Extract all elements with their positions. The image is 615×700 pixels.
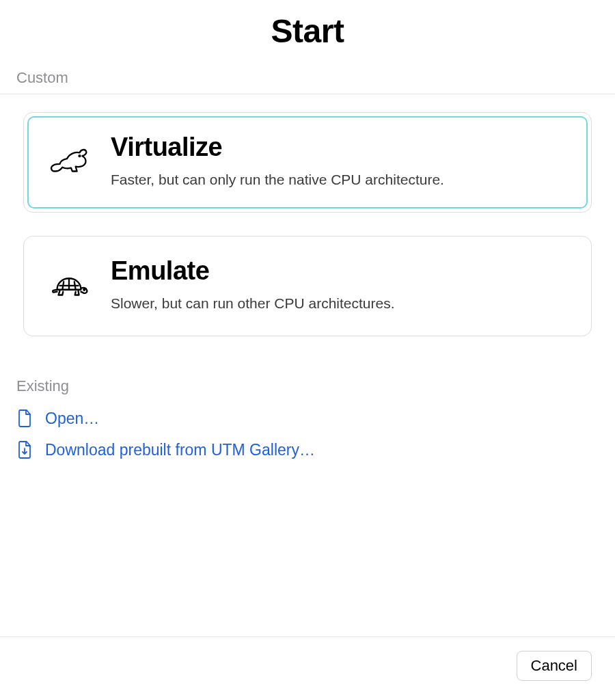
link-list: Open… Download prebuilt from UTM Gallery…	[16, 399, 599, 459]
virtualize-description: Faster, but can only run the native CPU …	[111, 172, 567, 188]
emulate-option[interactable]: Emulate Slower, but can run other CPU ar…	[23, 236, 592, 336]
open-link-label: Open…	[45, 409, 99, 428]
section-label-existing: Existing	[16, 377, 599, 399]
document-download-icon	[16, 440, 33, 459]
footer: Cancel	[0, 636, 615, 700]
document-icon	[16, 409, 33, 428]
virtualize-option[interactable]: Virtualize Faster, but can only run the …	[23, 112, 592, 213]
download-link[interactable]: Download prebuilt from UTM Gallery…	[16, 440, 599, 459]
page-title: Start	[0, 12, 615, 50]
virtualize-title: Virtualize	[111, 133, 567, 162]
emulate-description: Slower, but can run other CPU architectu…	[111, 295, 567, 312]
existing-section: Existing Open…	[0, 343, 615, 459]
option-cards: Virtualize Faster, but can only run the …	[0, 94, 615, 343]
open-link[interactable]: Open…	[16, 409, 599, 428]
svg-point-1	[83, 288, 85, 290]
cancel-button[interactable]: Cancel	[517, 651, 592, 681]
download-link-label: Download prebuilt from UTM Gallery…	[45, 441, 315, 459]
tortoise-icon	[48, 263, 90, 306]
header: Start	[0, 0, 615, 69]
section-label-custom: Custom	[0, 69, 615, 94]
emulate-title: Emulate	[111, 256, 567, 286]
svg-point-0	[79, 155, 81, 157]
hare-icon	[48, 139, 90, 182]
content-area: Custom Virtualize Faster, but can only r…	[0, 69, 615, 636]
